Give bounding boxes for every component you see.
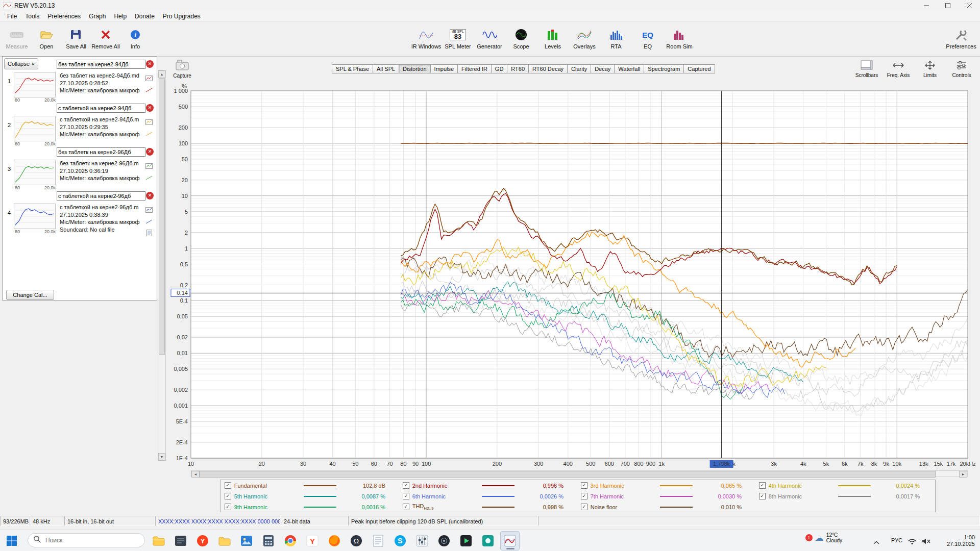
taskbar-chrome-icon[interactable] (281, 531, 300, 550)
measurement-thumbnail[interactable] (14, 72, 56, 97)
tab-decay[interactable]: Decay (591, 64, 615, 73)
toolbar-levels-button[interactable]: Levels (538, 22, 568, 54)
legend-checkbox[interactable]: ✓ (581, 493, 587, 499)
toolbar-room-sim-button[interactable]: Room Sim (665, 22, 694, 54)
measurement-thumbnail[interactable] (14, 204, 56, 229)
tray-expand-chevron-icon[interactable] (873, 538, 880, 547)
controls-button[interactable]: Controls (947, 57, 976, 81)
taskbar-camera-icon[interactable] (434, 531, 454, 550)
tab-captured[interactable]: Captured (684, 64, 715, 73)
measurement-item-4[interactable]: ✕48020.0kс таблеткой на керне2-96дб.m27.… (3, 191, 156, 234)
taskbar-file-explorer-icon[interactable] (149, 531, 168, 550)
legend-checkbox[interactable]: ✓ (225, 493, 231, 499)
collapse-panel-button[interactable]: Collapse « (4, 58, 38, 69)
toolbar-preferences-button[interactable]: Preferences (946, 22, 976, 54)
start-button[interactable] (6, 535, 17, 548)
toolbar-measure-button[interactable]: Measure (2, 22, 32, 54)
toolbar-generator-button[interactable]: Generator (475, 22, 504, 54)
taskbar-omega-icon[interactable]: Ω (347, 531, 366, 550)
language-indicator[interactable]: РУС (891, 537, 902, 543)
change-cal-button[interactable]: Change Cal... (6, 290, 54, 300)
legend-checkbox[interactable]: ✓ (403, 504, 409, 510)
taskbar-mixer-icon[interactable] (412, 531, 432, 550)
tab-clarity[interactable]: Clarity (568, 64, 591, 73)
volume-muted-icon[interactable] (922, 538, 931, 547)
toolbar-scope-button[interactable]: Scope (506, 22, 536, 54)
close-button[interactable] (959, 0, 980, 11)
scrollbar-thumb[interactable] (200, 471, 936, 478)
scrollbars-button[interactable]: Scrollbars (852, 57, 881, 81)
toolbar-remove-all-button[interactable]: Remove All (91, 22, 120, 54)
minimize-button[interactable] (916, 0, 937, 11)
toolbar-info-button[interactable]: iInfo (120, 22, 150, 54)
measurement-list-scrollbar[interactable]: ▲ ▼ (158, 70, 166, 461)
toolbar-rta-button[interactable]: RTA (601, 22, 631, 54)
taskbar-dark-app-icon[interactable] (171, 531, 190, 550)
taskbar-notepad-icon[interactable] (369, 531, 388, 550)
measurement-item-3[interactable]: ✕38020,0kбез таблетк на керне2-96Дб.m27.… (3, 147, 156, 190)
freq-axis-button[interactable]: Freq. Axis (884, 57, 913, 81)
delete-measurement-icon[interactable]: ✕ (146, 192, 154, 199)
tab-waterfall[interactable]: Waterfall (615, 64, 644, 73)
tab-impulse[interactable]: Impulse (431, 64, 458, 73)
tab-spectrogram[interactable]: Spectrogram (644, 64, 684, 73)
scroll-right-arrow[interactable]: ► (959, 471, 967, 478)
delete-measurement-icon[interactable]: ✕ (146, 104, 154, 112)
measurement-name-field[interactable] (57, 191, 145, 201)
taskbar-rew-icon[interactable] (500, 531, 520, 550)
scroll-up-arrow[interactable]: ▲ (158, 70, 165, 78)
tab-distortion[interactable]: Distortion (399, 64, 430, 73)
taskbar-calculator-icon[interactable] (259, 531, 278, 550)
taskbar-skype-icon[interactable]: S (390, 531, 410, 550)
legend-checkbox[interactable]: ✓ (581, 482, 587, 489)
tab-rt60-decay[interactable]: RT60 Decay (529, 64, 568, 73)
limits-button[interactable]: Limits (916, 57, 944, 81)
tab-spl-phase[interactable]: SPL & Phase (332, 64, 373, 73)
toolbar-overlays-button[interactable]: Overlays (570, 22, 599, 54)
wifi-icon[interactable] (908, 538, 917, 547)
taskbar-search[interactable] (28, 533, 145, 547)
taskbar-yandex-icon[interactable]: Y (303, 531, 322, 550)
tab-rt60[interactable]: RT60 (507, 64, 529, 73)
menu-pro-upgrades[interactable]: Pro Upgrades (159, 12, 205, 21)
legend-checkbox[interactable]: ✓ (581, 504, 587, 510)
tab-gd[interactable]: GD (492, 64, 508, 73)
measurement-name-field[interactable] (57, 147, 145, 157)
delete-measurement-icon[interactable]: ✕ (146, 60, 154, 68)
measurement-thumbnail[interactable] (14, 160, 56, 185)
scroll-left-arrow[interactable]: ◄ (191, 471, 200, 478)
taskbar-weather-widget[interactable]: 1 ☁ 12°C Cloudy (805, 532, 842, 543)
toolbar-eq-button[interactable]: EQEQ (633, 22, 663, 54)
menu-graph[interactable]: Graph (85, 12, 110, 21)
measurement-name-field[interactable] (57, 104, 145, 113)
toolbar-spl-meter-button[interactable]: dB SPL83SPL Meter (443, 22, 473, 54)
taskbar-firefox-icon[interactable] (325, 531, 344, 550)
measurement-thumbnail[interactable] (14, 116, 56, 141)
delete-measurement-icon[interactable]: ✕ (146, 148, 154, 156)
menu-preferences[interactable]: Preferences (43, 12, 85, 21)
scroll-down-arrow[interactable]: ▼ (158, 453, 165, 461)
tab-filtered-ir[interactable]: Filtered IR (458, 64, 492, 73)
menu-donate[interactable]: Donate (131, 12, 159, 21)
distortion-chart[interactable]: 1 0005002001005020105210,50,20,10,050,02… (168, 82, 980, 470)
taskbar-photos-icon[interactable] (237, 531, 256, 550)
scrollbar-thumb[interactable] (159, 78, 165, 355)
legend-checkbox[interactable]: ✓ (403, 482, 409, 489)
capture-button[interactable]: Capture (169, 57, 195, 81)
menu-tools[interactable]: Tools (21, 12, 43, 21)
search-input[interactable] (44, 536, 128, 544)
measurement-item-2[interactable]: ✕28020,0kс таблеткой на керне2-94Дб.m27.… (3, 104, 156, 146)
taskbar-clock[interactable]: 1:00 27.10.2025 (947, 534, 975, 547)
legend-checkbox[interactable]: ✓ (225, 504, 231, 510)
legend-checkbox[interactable]: ✓ (759, 493, 766, 499)
measurement-name-field[interactable] (57, 60, 145, 69)
legend-checkbox[interactable]: ✓ (759, 482, 766, 489)
chart-horizontal-scrollbar[interactable]: ◄ ► (191, 470, 968, 477)
taskbar-yandex-browser-icon[interactable]: Y (193, 531, 212, 550)
menu-help[interactable]: Help (110, 12, 131, 21)
toolbar-open-button[interactable]: Open (32, 22, 61, 54)
legend-checkbox[interactable]: ✓ (403, 493, 409, 499)
legend-checkbox[interactable]: ✓ (225, 482, 231, 489)
taskbar-gallery-icon[interactable] (478, 531, 498, 550)
tab-all-spl[interactable]: All SPL (373, 64, 399, 73)
